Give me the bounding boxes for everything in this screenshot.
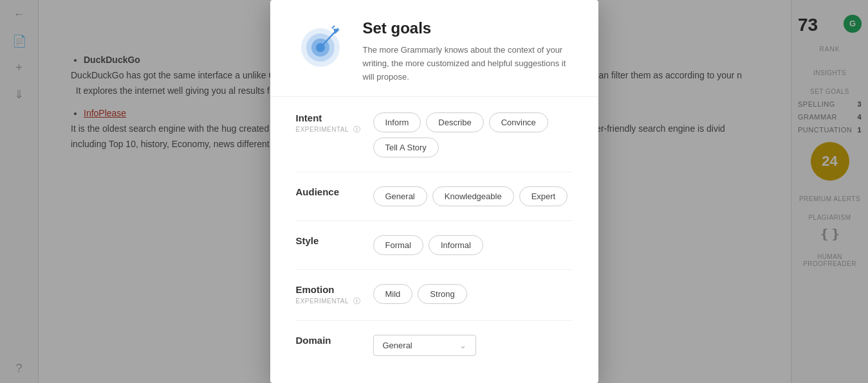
intent-inform-btn[interactable]: Inform [373, 112, 421, 132]
intent-sublabel: EXPERIMENTAL ⓘ [296, 125, 373, 134]
emotion-mild-btn[interactable]: Mild [373, 284, 413, 304]
modal-body: Intent EXPERIMENTAL ⓘ Inform Describe Co… [270, 97, 598, 383]
domain-row: Domain General ⌄ [296, 335, 573, 370]
modal-title: Set goals [363, 19, 573, 37]
intent-describe-btn[interactable]: Describe [426, 112, 483, 132]
intent-tell-story-btn[interactable]: Tell A Story [373, 138, 439, 157]
intent-convince-btn[interactable]: Convince [489, 112, 548, 132]
modal-overlay: Set goals The more Grammarly knows about… [0, 0, 868, 383]
audience-label: Audience [296, 186, 373, 197]
intent-row: Intent EXPERIMENTAL ⓘ Inform Describe Co… [296, 112, 573, 172]
domain-dropdown[interactable]: General ⌄ [373, 335, 476, 356]
emotion-label: Emotion [296, 284, 373, 295]
domain-label-col: Domain [296, 335, 373, 346]
audience-label-col: Audience [296, 186, 373, 197]
audience-knowledgeable-btn[interactable]: Knowledgeable [432, 186, 514, 206]
emotion-strong-btn[interactable]: Strong [418, 284, 466, 304]
style-formal-btn[interactable]: Formal [373, 235, 423, 255]
intent-info-icon[interactable]: ⓘ [353, 125, 361, 133]
domain-dropdown-wrapper: General ⌄ [373, 335, 476, 356]
style-label-col: Style [296, 235, 373, 246]
chevron-down-icon: ⌄ [459, 341, 466, 350]
emotion-row: Emotion EXPERIMENTAL ⓘ Mild Strong [296, 284, 573, 321]
style-informal-btn[interactable]: Informal [429, 235, 483, 255]
audience-general-btn[interactable]: General [373, 186, 427, 206]
audience-row: Audience General Knowledgeable Expert [296, 186, 573, 221]
emotion-sublabel: EXPERIMENTAL ⓘ [296, 296, 373, 306]
emotion-options: Mild Strong [373, 284, 467, 304]
intent-options: Inform Describe Convince Tell A Story [373, 112, 573, 157]
svg-line-6 [332, 26, 335, 28]
style-options: Formal Informal [373, 235, 483, 255]
modal-icon [296, 19, 347, 71]
target-icon [296, 19, 347, 71]
audience-options: General Knowledgeable Expert [373, 186, 568, 206]
intent-label-col: Intent EXPERIMENTAL ⓘ [296, 112, 373, 134]
style-row: Style Formal Informal [296, 235, 573, 270]
modal-description: The more Grammarly knows about the conte… [363, 44, 573, 84]
intent-label: Intent [296, 112, 373, 123]
audience-expert-btn[interactable]: Expert [519, 186, 568, 206]
set-goals-modal: Set goals The more Grammarly knows about… [270, 0, 598, 383]
style-label: Style [296, 235, 373, 246]
emotion-info-icon[interactable]: ⓘ [353, 297, 361, 305]
domain-label: Domain [296, 335, 373, 346]
modal-header-text: Set goals The more Grammarly knows about… [363, 19, 573, 84]
emotion-label-col: Emotion EXPERIMENTAL ⓘ [296, 284, 373, 306]
modal-header: Set goals The more Grammarly knows about… [270, 0, 598, 97]
domain-value: General [383, 341, 412, 350]
